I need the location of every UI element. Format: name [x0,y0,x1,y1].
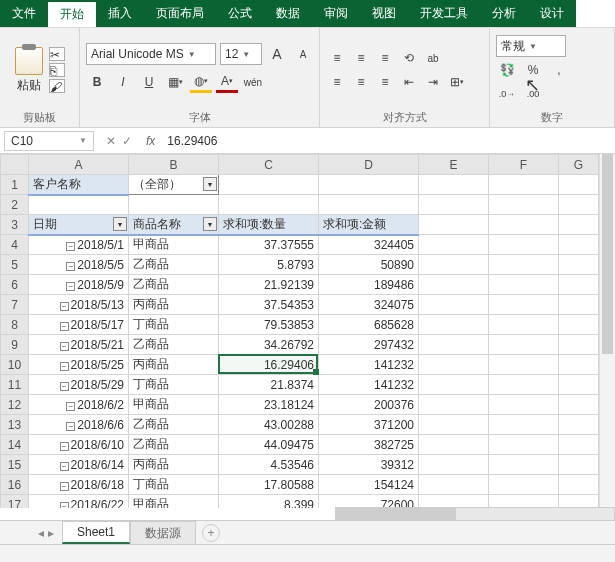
cell-date[interactable]: −2018/5/25 [29,355,129,375]
select-all-corner[interactable] [1,155,29,175]
fill-color-button[interactable]: ◍▾ [190,71,212,93]
cell-qty[interactable]: 23.18124 [219,395,319,415]
row-header[interactable]: 2 [1,195,29,215]
collapse-icon[interactable]: − [66,402,75,411]
cell-qty[interactable]: 8.399 [219,495,319,509]
collapse-icon[interactable]: − [60,502,69,509]
cell-date[interactable]: −2018/5/9 [29,275,129,295]
cell-amt[interactable]: 297432 [319,335,419,355]
align-middle-icon[interactable]: ≡ [350,47,372,69]
row-header[interactable]: 9 [1,335,29,355]
collapse-icon[interactable]: − [60,462,69,471]
col-header[interactable]: B [129,155,219,175]
cell-date[interactable]: −2018/5/5 [29,255,129,275]
collapse-icon[interactable]: − [66,242,75,251]
cell-product[interactable]: 甲商品 [129,395,219,415]
tab-data[interactable]: 数据 [264,0,312,27]
cell-date[interactable]: −2018/5/29 [29,375,129,395]
cell-qty[interactable]: 21.92139 [219,275,319,295]
row-header[interactable]: 6 [1,275,29,295]
collapse-icon[interactable]: − [66,282,75,291]
collapse-icon[interactable]: − [66,262,75,271]
cell-amt[interactable]: 382725 [319,435,419,455]
cell-product[interactable]: 乙商品 [129,335,219,355]
filter-dropdown-icon[interactable]: ▼ [203,217,217,231]
collapse-icon[interactable]: − [60,482,69,491]
tab-insert[interactable]: 插入 [96,0,144,27]
row-header[interactable]: 10 [1,355,29,375]
col-header[interactable]: A [29,155,129,175]
vertical-scrollbar[interactable] [599,154,615,520]
sheet-tab-other[interactable]: 数据源 [130,521,196,545]
cell-qty[interactable]: 34.26792 [219,335,319,355]
comma-format-icon[interactable]: , [548,59,570,81]
percent-format-icon[interactable]: % [522,59,544,81]
cell-product[interactable]: 乙商品 [129,415,219,435]
format-painter-icon[interactable]: 🖌 [49,79,65,93]
increase-indent-icon[interactable]: ⇥ [422,71,444,93]
paste-button[interactable]: 粘贴 [15,47,43,94]
cell-product[interactable]: 甲商品 [129,495,219,509]
row-header[interactable]: 5 [1,255,29,275]
cell-amt[interactable]: 685628 [319,315,419,335]
col-header[interactable]: F [489,155,559,175]
horizontal-scrollbar[interactable] [335,502,615,526]
sheet-nav-first-icon[interactable]: ◂ [38,526,44,540]
decrease-font-icon[interactable]: A [292,43,314,65]
cell-amt[interactable]: 200376 [319,395,419,415]
cell-product[interactable]: 丙商品 [129,355,219,375]
row-header[interactable]: 8 [1,315,29,335]
worksheet-grid[interactable]: ABCDEFG1 客户名称 （全部）▼ 23 日期▼ 商品名称▼ 求和项:数量 … [0,154,615,508]
cell-amt[interactable]: 154124 [319,475,419,495]
increase-font-icon[interactable]: A [266,43,288,65]
increase-decimal-icon[interactable]: .0→ [496,83,518,105]
cell-date[interactable]: −2018/6/18 [29,475,129,495]
name-box[interactable]: C10▼ [4,131,94,151]
copy-icon[interactable]: ⎘ [49,63,65,77]
cell-qty[interactable]: 43.00288 [219,415,319,435]
new-sheet-button[interactable]: + [202,524,220,542]
sheet-tab-active[interactable]: Sheet1 [62,521,130,544]
row-header[interactable]: 14 [1,435,29,455]
cell-qty[interactable]: 37.37555 [219,235,319,255]
cell-product[interactable]: 甲商品 [129,235,219,255]
cell-qty[interactable]: 37.54353 [219,295,319,315]
cell-product[interactable]: 丁商品 [129,375,219,395]
cell-product[interactable]: 丙商品 [129,295,219,315]
row-header[interactable]: 4 [1,235,29,255]
row-header[interactable]: 13 [1,415,29,435]
align-bottom-icon[interactable]: ≡ [374,47,396,69]
cell-qty[interactable]: 5.8793 [219,255,319,275]
row-header[interactable]: 3 [1,215,29,235]
decrease-indent-icon[interactable]: ⇤ [398,71,420,93]
formula-input[interactable]: 16.29406 [161,134,615,148]
decrease-decimal-icon[interactable]: .00 [522,83,544,105]
filter-dropdown-icon[interactable]: ▼ [113,217,127,231]
tab-layout[interactable]: 页面布局 [144,0,216,27]
col-header[interactable]: C [219,155,319,175]
cancel-formula-icon[interactable]: ✕ [106,134,116,148]
underline-button[interactable]: U [138,71,160,93]
cell-date[interactable]: −2018/6/14 [29,455,129,475]
cell-amt[interactable]: 141232 [319,375,419,395]
row-header[interactable]: 7 [1,295,29,315]
cell-amt[interactable]: 324075 [319,295,419,315]
tab-design[interactable]: 设计 [528,0,576,27]
merge-button[interactable]: ⊞▾ [446,71,468,93]
row-header[interactable]: 16 [1,475,29,495]
tab-formula[interactable]: 公式 [216,0,264,27]
align-left-icon[interactable]: ≡ [326,71,348,93]
cell-date[interactable]: −2018/5/13 [29,295,129,315]
collapse-icon[interactable]: − [60,442,69,451]
align-center-icon[interactable]: ≡ [350,71,372,93]
tab-home[interactable]: 开始 [48,0,96,27]
pivot-filter-value[interactable]: （全部）▼ [129,175,219,195]
cell-date[interactable]: −2018/6/10 [29,435,129,455]
number-format-combo[interactable]: 常规▼ [496,35,566,57]
tab-dev[interactable]: 开发工具 [408,0,480,27]
phonetic-button[interactable]: wén [242,71,264,93]
cell-product[interactable]: 乙商品 [129,275,219,295]
row-header[interactable]: 15 [1,455,29,475]
align-right-icon[interactable]: ≡ [374,71,396,93]
cell-qty[interactable]: 17.80588 [219,475,319,495]
